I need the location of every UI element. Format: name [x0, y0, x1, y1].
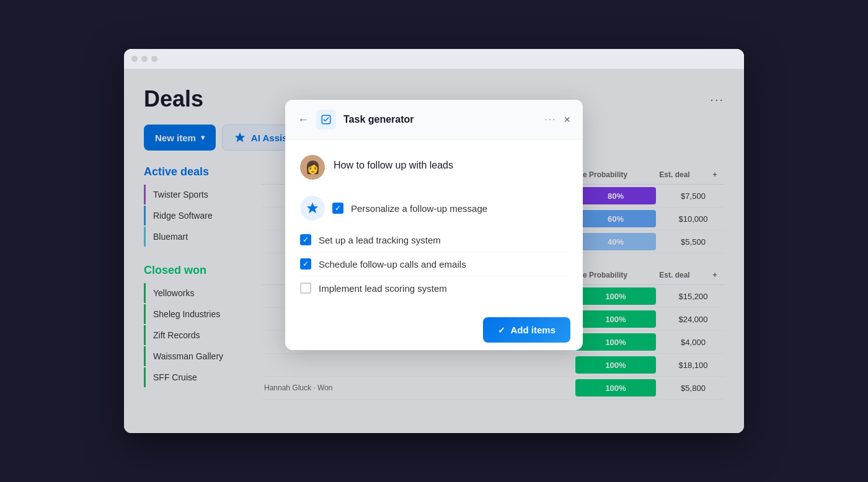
add-items-label: Add items	[510, 325, 556, 335]
ai-logo-row: ✓ Personalize a follow-up message	[300, 192, 568, 228]
avatar: 👩	[300, 155, 325, 180]
task-item: ✓ Set up a lead tracking system	[300, 228, 568, 252]
task-text: Implement lead scoring system	[319, 283, 447, 294]
task-item: ✓ Personalize a follow-up message	[332, 196, 568, 220]
modal-header: ← Task generator ··· ×	[285, 100, 583, 140]
modal-title: Task generator	[343, 114, 537, 125]
task-item: ✓ Schedule follow-up calls and emails	[300, 252, 568, 276]
modal-icon	[316, 110, 336, 129]
task-icon	[321, 114, 332, 125]
browser-dot-3	[151, 56, 157, 62]
modal-overlay: ← Task generator ··· × 👩 How to follo	[124, 69, 744, 433]
task-checkbox[interactable]: ✓	[300, 234, 311, 245]
task-checkbox[interactable]: ✓	[300, 258, 311, 269]
app-content: Deals ··· New item ▾ AI Assistant Active…	[124, 69, 744, 433]
ai-star-icon	[306, 201, 319, 215]
browser-titlebar	[124, 49, 744, 69]
ai-logo-icon	[300, 196, 325, 221]
task-generator-modal: ← Task generator ··· × 👩 How to follo	[285, 100, 583, 350]
checkmark-icon: ✓	[498, 325, 505, 335]
remaining-task-list: ✓ Set up a lead tracking system ✓ Schedu…	[300, 228, 568, 300]
add-items-button[interactable]: ✓ Add items	[483, 317, 570, 343]
modal-footer: ✓ Add items	[285, 310, 583, 350]
prompt-row: 👩 How to follow up with leads	[300, 155, 568, 180]
browser-window: Deals ··· New item ▾ AI Assistant Active…	[124, 49, 744, 433]
task-text: Personalize a follow-up message	[351, 203, 487, 214]
modal-body: 👩 How to follow up with leads	[285, 140, 583, 310]
modal-close-button[interactable]: ×	[564, 113, 570, 126]
prompt-text: How to follow up with leads	[334, 155, 453, 171]
task-text: Schedule follow-up calls and emails	[319, 259, 466, 269]
modal-more-button[interactable]: ···	[544, 114, 556, 125]
task-item: Implement lead scoring system	[300, 276, 568, 300]
task-text: Set up a lead tracking system	[319, 235, 441, 245]
task-list: ✓ Personalize a follow-up message	[332, 196, 568, 220]
browser-dot-1	[131, 56, 138, 62]
task-checkbox[interactable]: ✓	[332, 203, 343, 214]
task-checkbox[interactable]	[300, 283, 311, 294]
modal-back-button[interactable]: ←	[298, 113, 309, 126]
browser-dot-2	[141, 56, 148, 62]
